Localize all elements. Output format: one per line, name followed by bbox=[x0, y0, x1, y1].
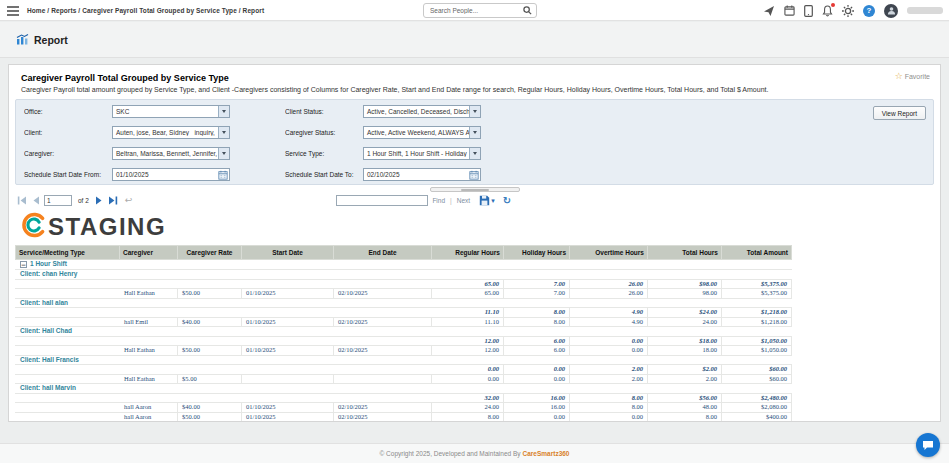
empty-cell bbox=[16, 279, 120, 289]
empty-cell bbox=[334, 279, 432, 289]
report-viewer-toolbar: of 2 ↩ Find | Next ▾ ↻ bbox=[9, 193, 940, 208]
rate-cell: $50.00 bbox=[178, 412, 242, 422]
client-status-select[interactable]: Active, Cancelled, Deceased, Disch bbox=[363, 105, 481, 118]
params-splitter[interactable] bbox=[430, 187, 520, 192]
first-page-button[interactable] bbox=[17, 196, 27, 205]
next-page-button[interactable] bbox=[95, 196, 104, 205]
indent-cell bbox=[16, 346, 120, 356]
chevron-down-icon bbox=[218, 127, 229, 138]
summary-row: 32.0016.008.00$56.00$2,480.00 bbox=[16, 393, 792, 403]
help-icon[interactable]: ? bbox=[863, 5, 875, 17]
chevron-down-icon bbox=[469, 148, 480, 159]
end-date-cell bbox=[334, 374, 432, 384]
breadcrumb[interactable]: Home / Reports / Caregiver Payroll Total… bbox=[27, 7, 264, 14]
hamburger-menu-icon[interactable] bbox=[7, 6, 19, 16]
group-label: 1 Hour Shift bbox=[30, 260, 67, 267]
value-cell: 48.00 bbox=[648, 403, 722, 413]
rate-cell: $40.00 bbox=[178, 317, 242, 327]
avatar[interactable] bbox=[884, 4, 898, 18]
send-icon[interactable] bbox=[763, 5, 775, 17]
value-cell: 0.00 bbox=[432, 374, 504, 384]
refresh-icon[interactable]: ↻ bbox=[503, 196, 511, 206]
caregiver-status-select[interactable]: Active, Active Weekend, ALWAYS A bbox=[363, 126, 481, 139]
chat-bubble-icon bbox=[922, 440, 934, 451]
value-cell: 2.00 bbox=[648, 374, 722, 384]
export-button[interactable]: ▾ bbox=[479, 195, 495, 206]
search-input[interactable] bbox=[428, 6, 523, 15]
value-cell: $60.00 bbox=[722, 374, 792, 384]
find-link[interactable]: Find bbox=[432, 197, 445, 204]
detail-row: hall Aaron$40.0001/10/202502/10/202524.0… bbox=[16, 403, 792, 413]
column-header: Total Hours bbox=[648, 246, 722, 260]
column-header: Overtime Hours bbox=[570, 246, 648, 260]
value-cell: 24.00 bbox=[648, 317, 722, 327]
date-from-input[interactable]: 01/10/2025 bbox=[112, 168, 230, 181]
rate-cell: $50.00 bbox=[178, 289, 242, 299]
client-row: Client: Hall Francis bbox=[16, 355, 792, 365]
staging-brand: STAGING bbox=[19, 212, 940, 242]
summary-value: 0.00 bbox=[504, 365, 570, 375]
client-row: Client: Hall Chad bbox=[16, 327, 792, 337]
value-cell: 8.00 bbox=[504, 317, 570, 327]
client-select[interactable]: Auten, jose, Bear, Sidney _inquiry, bbox=[112, 126, 230, 139]
empty-cell bbox=[120, 308, 178, 318]
value-cell: 0.00 bbox=[504, 412, 570, 422]
empty-cell bbox=[334, 393, 432, 403]
notification-bell-icon[interactable] bbox=[822, 5, 833, 17]
indent-cell bbox=[16, 289, 120, 299]
device-icon[interactable] bbox=[804, 5, 813, 17]
value-cell: $1,050.00 bbox=[722, 346, 792, 356]
copyright-text: © Copyright 2025, Developed and Maintain… bbox=[379, 450, 520, 457]
caregiver-cell: hall Emil bbox=[120, 317, 178, 327]
rate-cell: $40.00 bbox=[178, 403, 242, 413]
user-name bbox=[907, 7, 943, 14]
summary-value: 8.00 bbox=[570, 393, 648, 403]
date-to-input[interactable]: 02/10/2025 bbox=[363, 168, 481, 181]
summary-row: 11.108.004.90$24.00$1,218.00 bbox=[16, 308, 792, 318]
back-to-parent-icon[interactable]: ↩ bbox=[125, 196, 133, 205]
indent-cell bbox=[16, 403, 120, 413]
office-select[interactable]: SKC bbox=[112, 105, 230, 118]
collapse-group-icon[interactable]: − bbox=[20, 261, 27, 268]
calendar-icon[interactable] bbox=[784, 5, 795, 16]
summary-value: $2.00 bbox=[648, 365, 722, 375]
find-next-link[interactable]: Next bbox=[457, 197, 470, 204]
end-date-cell: 02/10/2025 bbox=[334, 346, 432, 356]
group-row: −1 Hour Shift bbox=[16, 260, 792, 270]
summary-value: 8.00 bbox=[504, 308, 570, 318]
last-page-button[interactable] bbox=[108, 196, 118, 205]
search-icon[interactable] bbox=[523, 6, 532, 15]
client-label: Client: chan Henry bbox=[16, 270, 792, 280]
favorite-button[interactable]: ☆ Favorite bbox=[895, 72, 930, 81]
column-header: Caregiver bbox=[120, 246, 178, 260]
find-text-input[interactable] bbox=[336, 195, 428, 206]
start-date-cell: 01/10/2025 bbox=[242, 403, 334, 413]
caregiver-select[interactable]: Beltran, Marissa, Bennett, Jennifer, bbox=[112, 147, 230, 160]
value-cell: $5,375.00 bbox=[722, 289, 792, 299]
gear-icon[interactable] bbox=[842, 5, 854, 17]
empty-cell bbox=[242, 308, 334, 318]
value-cell: 12.00 bbox=[432, 346, 504, 356]
view-report-button[interactable]: View Report bbox=[873, 106, 926, 120]
page-count-label: of 2 bbox=[78, 197, 89, 204]
value-cell: 8.00 bbox=[432, 412, 504, 422]
page-number-input[interactable] bbox=[44, 195, 72, 206]
value-cell: 24.00 bbox=[432, 403, 504, 413]
detail-row: Hall Eathan$50.0001/10/202502/10/202565.… bbox=[16, 289, 792, 299]
page-title: Report bbox=[34, 34, 68, 46]
column-header: Service/Meeting Type bbox=[16, 246, 120, 260]
service-type-select[interactable]: 1 Hour Shift, 1 Hour Shift - Holiday bbox=[363, 147, 481, 160]
summary-value: $5,375.00 bbox=[722, 279, 792, 289]
empty-cell bbox=[242, 365, 334, 375]
value-cell: 0.00 bbox=[504, 374, 570, 384]
date-from-value: 01/10/2025 bbox=[113, 171, 216, 178]
chat-widget-button[interactable] bbox=[916, 433, 940, 457]
value-cell: 98.00 bbox=[648, 289, 722, 299]
empty-cell bbox=[178, 336, 242, 346]
client-row: Client: hall Marvin bbox=[16, 384, 792, 394]
chevron-down-icon bbox=[469, 127, 480, 138]
summary-value: 4.90 bbox=[570, 308, 648, 318]
footer: © Copyright 2025, Developed and Maintain… bbox=[0, 443, 949, 463]
previous-page-button[interactable] bbox=[31, 196, 40, 205]
find-separator: | bbox=[450, 197, 452, 204]
